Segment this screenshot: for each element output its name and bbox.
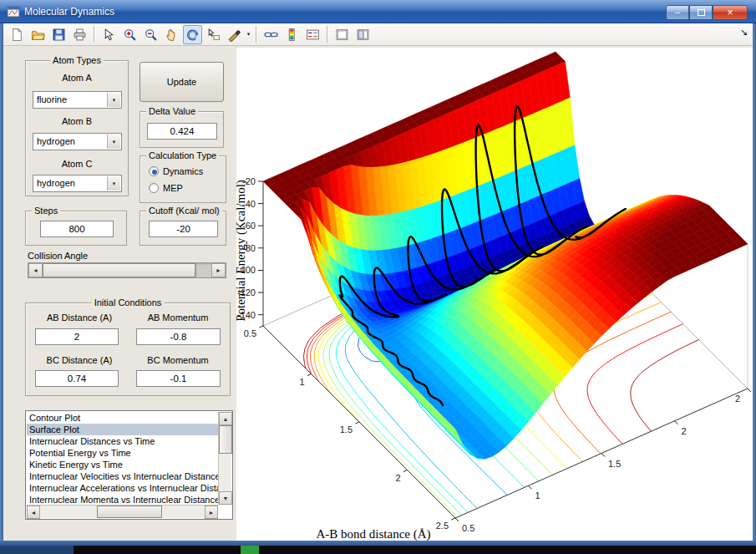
plot-list-item[interactable]: Internuclear Distances vs Time — [27, 435, 218, 447]
plot-list-item[interactable]: Contour Plot — [27, 412, 218, 424]
plot-list-item[interactable]: Potential Energy vs Time — [27, 447, 218, 459]
horizontal-scroll-thumb[interactable] — [97, 506, 162, 518]
svg-text:0.5: 0.5 — [462, 523, 474, 533]
brush-button[interactable] — [225, 25, 244, 44]
svg-text:2: 2 — [735, 394, 740, 404]
minimize-button[interactable]: ─ — [666, 5, 689, 20]
z-axis-label: Potential Energy (Kcal/mol) — [234, 180, 248, 322]
scroll-left-button[interactable]: ◄ — [27, 506, 40, 519]
svg-text:2: 2 — [682, 426, 687, 436]
vertical-scroll-thumb[interactable] — [219, 425, 232, 454]
listbox-vertical-scrollbar[interactable]: ▲ ▼ — [218, 412, 231, 505]
scroll-up-button[interactable]: ▲ — [219, 412, 232, 425]
atom-b-dropdown-arrow-icon[interactable]: ▼ — [107, 135, 120, 149]
atom-c-dropdown[interactable]: hydrogen ▼ — [33, 175, 122, 192]
slider-right-arrow-icon[interactable]: ► — [211, 263, 226, 277]
ab-momentum-field[interactable] — [136, 328, 221, 345]
legend-icon — [306, 28, 320, 42]
cutoff-field[interactable] — [149, 221, 218, 237]
cutoff-panel: Cutoff (Kcal/ mol) — [140, 211, 226, 246]
close-button[interactable]: × — [713, 5, 748, 20]
mep-radio[interactable]: MEP — [149, 182, 183, 194]
update-button[interactable]: Update — [140, 62, 224, 102]
atom-a-dropdown[interactable]: fluorine ▼ — [33, 91, 122, 109]
atom-c-label: Atom C — [26, 159, 128, 169]
app-icon — [7, 5, 20, 18]
cutoff-title: Cutoff (Kcal/ mol) — [146, 206, 222, 216]
window-title: Molecular Dynamics — [24, 6, 114, 18]
toolbar-separator — [256, 26, 257, 43]
atom-types-panel: Atom Types Atom A fluorine ▼ Atom B hydr… — [25, 60, 129, 196]
insert-legend-button[interactable] — [303, 25, 322, 44]
maximize-icon — [698, 9, 705, 16]
initial-conditions-panel: Initial Conditions AB Distance (A) AB Mo… — [25, 302, 231, 396]
zoom-out-button[interactable] — [141, 25, 160, 44]
dynamics-radio-label: Dynamics — [163, 166, 203, 176]
atom-a-value: fluorine — [37, 94, 67, 104]
dock-figure-button[interactable]: ↘ — [740, 27, 748, 38]
edit-plot-button[interactable] — [99, 25, 119, 44]
svg-text:1.5: 1.5 — [340, 424, 353, 435]
plot-list-item[interactable]: Internuclear Momenta vs Internuclear Dis… — [27, 494, 218, 505]
steps-panel: Steps — [25, 211, 127, 246]
save-icon — [52, 28, 66, 42]
plot-list-item[interactable]: Kinetic Energy vs Time — [27, 459, 218, 470]
steps-field[interactable] — [40, 221, 114, 237]
zoom-in-icon — [123, 28, 137, 42]
svg-text:2: 2 — [395, 473, 400, 483]
horizontal-scroll-track[interactable] — [162, 506, 205, 518]
slider-thumb[interactable] — [43, 263, 195, 277]
hide-plot-tools-icon — [335, 28, 349, 42]
plot-list-item[interactable]: Internuclear Velocities vs Internuclear … — [27, 470, 218, 482]
toolbar-separator — [327, 26, 328, 43]
atom-c-dropdown-arrow-icon[interactable]: ▼ — [107, 176, 120, 191]
open-file-button[interactable] — [28, 25, 48, 44]
brush-button-dropdown-arrow-icon[interactable]: ▾ — [245, 25, 252, 44]
close-icon: × — [727, 7, 733, 18]
link-icon — [264, 28, 278, 42]
delta-value-field[interactable] — [147, 123, 217, 140]
plot-list-item[interactable]: Surface Plot — [27, 424, 218, 435]
bc-momentum-field[interactable] — [136, 370, 221, 387]
listbox-horizontal-scrollbar[interactable]: ◄ ► — [27, 505, 218, 518]
zoom-in-button[interactable] — [120, 25, 140, 44]
slider-left-arrow-icon[interactable]: ◄ — [28, 263, 43, 277]
atom-c-value: hydrogen — [37, 178, 75, 188]
bc-distance-field[interactable] — [35, 370, 119, 387]
dynamics-radio[interactable]: Dynamics — [149, 165, 203, 177]
collision-angle-slider[interactable]: ◄ ► — [28, 262, 226, 278]
data-cursor-button[interactable] — [204, 25, 223, 44]
zoom-out-icon — [144, 28, 158, 42]
maximize-button[interactable] — [689, 5, 713, 20]
calculation-type-title: Calculation Type — [146, 150, 219, 160]
atom-b-dropdown[interactable]: hydrogen ▼ — [33, 133, 122, 150]
save-figure-button[interactable] — [49, 25, 68, 44]
insert-colorbar-button[interactable] — [282, 25, 302, 44]
scroll-right-button[interactable]: ► — [205, 506, 218, 519]
print-figure-button[interactable] — [70, 25, 89, 44]
svg-text:1: 1 — [535, 490, 540, 501]
ab-distance-field[interactable] — [35, 328, 119, 345]
taskbar-icon-fragment — [241, 546, 259, 554]
collision-angle-label: Collision Angle — [28, 251, 88, 261]
plot-type-listbox: Contour PlotSurface PlotInternuclear Dis… — [25, 410, 233, 520]
rotate-3d-button[interactable] — [183, 25, 202, 44]
rotate-3d-icon — [185, 28, 200, 42]
x-axis-label: A-B bond distance (Å) — [316, 527, 430, 541]
titlebar[interactable]: Molecular Dynamics ─ × — [0, 0, 756, 23]
link-plot-button[interactable] — [261, 25, 281, 44]
ab-momentum-label: AB Momentum — [131, 313, 225, 323]
new-figure-button[interactable] — [8, 25, 27, 44]
pan-hand-icon — [165, 28, 179, 42]
calculation-type-panel: Calculation Type Dynamics MEP — [140, 155, 226, 203]
scroll-down-button[interactable]: ▼ — [219, 491, 232, 505]
colorbar-icon — [285, 28, 299, 42]
atom-a-dropdown-arrow-icon[interactable]: ▼ — [107, 93, 120, 107]
hide-plot-tools-button[interactable] — [332, 25, 352, 44]
svg-text:1.5: 1.5 — [608, 459, 621, 469]
pan-button[interactable] — [162, 25, 181, 44]
show-plot-tools-button[interactable] — [353, 25, 373, 44]
slider-track[interactable] — [195, 263, 211, 277]
plot-list-item[interactable]: Internuclear Accelerations vs Internucle… — [27, 482, 218, 494]
toolbar-separator — [94, 26, 95, 43]
